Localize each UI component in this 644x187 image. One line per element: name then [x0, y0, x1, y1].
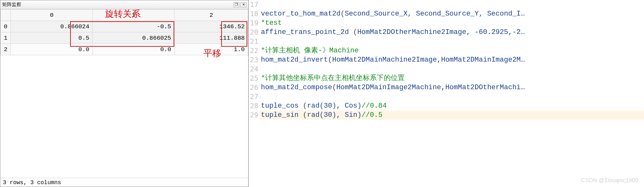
- code-line[interactable]: *计算其他坐标系中点在主相机坐标系下的位置: [260, 74, 644, 83]
- code-line[interactable]: hom_mat2d_compose(HomMat2DMainImage2Mach…: [260, 83, 644, 92]
- matrix-cell[interactable]: 0.0: [11, 44, 93, 55]
- matrix-titlebar: 矩阵监察 ❐ ✕: [0, 0, 248, 9]
- row-header[interactable]: 0: [1, 21, 11, 32]
- row-header[interactable]: 1: [1, 32, 11, 44]
- col-header[interactable]: 1: [93, 10, 175, 21]
- matrix-corner: [1, 10, 11, 21]
- matrix-cell[interactable]: 111.888: [175, 32, 248, 44]
- matrix-inspector-panel: 矩阵监察 ❐ ✕ 0 1 2 0 0.8: [0, 0, 249, 187]
- code-line[interactable]: affine_trans_point_2d (HomMat2DOtherMach…: [260, 28, 644, 37]
- breakpoint-arrow-icon: ▸: [249, 101, 249, 110]
- matrix-status: 3 rows, 3 columns: [0, 178, 248, 187]
- code-line[interactable]: [260, 64, 644, 74]
- code-line[interactable]: [260, 0, 644, 9]
- close-icon[interactable]: ✕: [241, 2, 246, 7]
- line-number: 24: [249, 64, 260, 74]
- matrix-grid: 0 1 2 0 0.866024 -0.5 1346.52 1 0.5: [0, 9, 248, 55]
- table-row: 0 0.866024 -0.5 1346.52: [1, 21, 248, 32]
- line-number: 29: [249, 110, 260, 120]
- matrix-grid-wrap: 0 1 2 0 0.866024 -0.5 1346.52 1 0.5: [0, 9, 248, 178]
- line-number: 26: [249, 83, 260, 92]
- col-header[interactable]: 0: [11, 10, 93, 21]
- line-number: 28▸: [249, 101, 260, 110]
- code-line[interactable]: tuple_cos (rad(30), Cos)//0.84: [260, 101, 644, 110]
- line-gutter: 171819202122232425262728▸29: [249, 0, 260, 187]
- matrix-cell[interactable]: 0.866024: [11, 21, 93, 32]
- matrix-cell[interactable]: -0.5: [93, 21, 175, 32]
- code-line[interactable]: [260, 92, 644, 101]
- matrix-cell[interactable]: 1.0: [175, 44, 248, 55]
- matrix-cell[interactable]: 1346.52: [175, 21, 248, 32]
- matrix-cell[interactable]: 0.5: [11, 32, 93, 44]
- line-number: 17: [249, 0, 260, 9]
- code-line[interactable]: [260, 37, 644, 46]
- table-row: 1 0.5 0.866025 111.888: [1, 32, 248, 44]
- code-line[interactable]: hom_mat2d_invert(HomMat2DMainMachine2Ima…: [260, 55, 644, 64]
- matrix-cell[interactable]: 0.0: [93, 44, 175, 55]
- matrix-title: 矩阵监察: [2, 2, 234, 8]
- line-number: 23: [249, 55, 260, 64]
- matrix-cell[interactable]: 0.866025: [93, 32, 175, 44]
- line-number: 22: [249, 46, 260, 55]
- table-row: 2 0.0 0.0 1.0: [1, 44, 248, 55]
- watermark: CSDN @Σίσυφος1900: [581, 177, 638, 184]
- line-number: 19: [249, 18, 260, 28]
- line-number: 21: [249, 37, 260, 46]
- code-lines[interactable]: vector_to_hom_mat2d(Second_Source_X, Sec…: [260, 0, 644, 187]
- code-line[interactable]: vector_to_hom_mat2d(Second_Source_X, Sec…: [260, 9, 644, 18]
- code-editor-panel: 171819202122232425262728▸29 vector_to_ho…: [249, 0, 644, 187]
- code-line[interactable]: *test: [260, 18, 644, 28]
- line-number: 27: [249, 92, 260, 101]
- line-number: 20: [249, 28, 260, 37]
- line-number: 18: [249, 9, 260, 18]
- restore-icon[interactable]: ❐: [234, 2, 239, 7]
- line-number: 25: [249, 74, 260, 83]
- code-line[interactable]: *计算主相机 像素-》Machine: [260, 46, 644, 55]
- row-header[interactable]: 2: [1, 44, 11, 55]
- col-header[interactable]: 2: [175, 10, 248, 21]
- code-line[interactable]: tuple_sin (rad(30), Sin)//0.5: [260, 110, 644, 120]
